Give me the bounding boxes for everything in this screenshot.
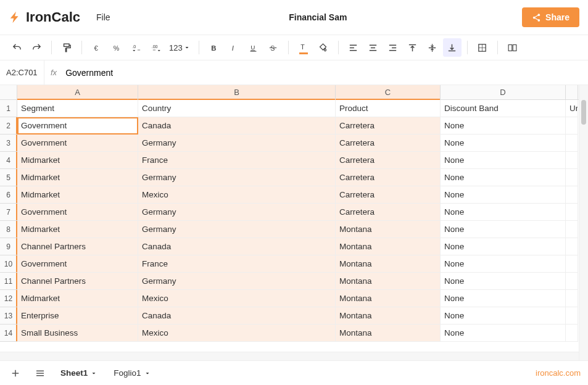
cell[interactable]: France xyxy=(138,255,336,273)
bold-button[interactable]: B xyxy=(205,38,223,57)
undo-button[interactable] xyxy=(7,38,26,57)
cell[interactable]: None xyxy=(441,152,566,169)
decimal-increase-button[interactable]: .00 xyxy=(147,38,165,57)
cell[interactable]: None xyxy=(441,117,566,135)
cell[interactable]: Midmarket xyxy=(17,186,138,204)
row-header[interactable]: 10 xyxy=(0,255,17,273)
cell[interactable]: Carretera xyxy=(336,186,441,204)
cell[interactable]: None xyxy=(441,325,566,342)
cell[interactable] xyxy=(566,255,578,273)
col-header-c[interactable]: C xyxy=(336,85,441,99)
cell[interactable]: None xyxy=(441,238,566,255)
cell[interactable]: None xyxy=(441,204,566,221)
horizontal-scrollbar[interactable] xyxy=(0,352,579,360)
cell[interactable]: Midmarket xyxy=(17,290,138,307)
strikethrough-button[interactable]: S xyxy=(264,38,283,57)
borders-button[interactable] xyxy=(473,38,492,57)
cell[interactable] xyxy=(566,204,578,221)
row-header[interactable]: 6 xyxy=(0,186,17,204)
cell[interactable] xyxy=(566,221,578,238)
cell[interactable]: Germany xyxy=(138,135,336,152)
italic-button[interactable]: I xyxy=(225,38,243,57)
cell[interactable] xyxy=(566,169,578,186)
cell[interactable]: Government xyxy=(17,135,138,152)
decimal-decrease-button[interactable]: .0 xyxy=(127,38,146,57)
cell[interactable]: Carretera xyxy=(336,117,441,135)
spreadsheet-grid[interactable]: A B C D 1SegmentCountryProductDiscount B… xyxy=(0,85,579,360)
cell[interactable] xyxy=(566,186,578,204)
paint-format-button[interactable] xyxy=(57,38,76,57)
cell[interactable]: Government xyxy=(17,204,138,221)
number-format-dropdown[interactable]: 123 xyxy=(167,43,193,52)
cell[interactable]: Country xyxy=(138,100,336,117)
cell[interactable]: Germany xyxy=(138,273,336,290)
cell[interactable]: Mexico xyxy=(138,325,336,342)
cell[interactable] xyxy=(566,273,578,290)
row-header[interactable]: 8 xyxy=(0,221,17,238)
cell[interactable]: Channel Partners xyxy=(17,273,138,290)
brand-link[interactable]: ironcalc.com xyxy=(536,368,581,378)
cell[interactable]: Mexico xyxy=(138,186,336,204)
cell[interactable]: Canada xyxy=(138,238,336,255)
cell[interactable]: None xyxy=(441,307,566,325)
cell[interactable] xyxy=(566,238,578,255)
cell[interactable]: Midmarket xyxy=(17,169,138,186)
col-header-a[interactable]: A xyxy=(17,85,138,99)
cell[interactable]: Mexico xyxy=(138,290,336,307)
align-right-button[interactable] xyxy=(384,38,402,57)
cell[interactable]: Enterprise xyxy=(17,307,138,325)
all-sheets-button[interactable] xyxy=(32,365,48,381)
row-header[interactable]: 1 xyxy=(0,100,17,117)
cell[interactable] xyxy=(566,325,578,342)
cell[interactable]: Carretera xyxy=(336,152,441,169)
cell[interactable] xyxy=(566,307,578,325)
file-menu[interactable]: File xyxy=(93,10,114,25)
row-header[interactable]: 3 xyxy=(0,135,17,152)
row-header[interactable]: 13 xyxy=(0,307,17,325)
formula-input[interactable] xyxy=(63,68,588,78)
cell[interactable]: Carretera xyxy=(336,169,441,186)
merge-button[interactable] xyxy=(503,38,522,57)
cell[interactable]: Carretera xyxy=(336,204,441,221)
cell[interactable] xyxy=(566,135,578,152)
cell[interactable]: Channel Partners xyxy=(17,238,138,255)
text-color-button[interactable]: T xyxy=(294,38,313,57)
valign-top-button[interactable] xyxy=(404,38,422,57)
row-header[interactable]: 11 xyxy=(0,273,17,290)
cell[interactable]: Montana xyxy=(336,238,441,255)
cell[interactable]: Montana xyxy=(336,290,441,307)
valign-middle-button[interactable] xyxy=(423,38,442,57)
row-header[interactable]: 7 xyxy=(0,204,17,221)
cell-reference[interactable]: A2:C701 xyxy=(0,60,44,85)
cell[interactable]: Government xyxy=(17,117,138,135)
row-header[interactable]: 5 xyxy=(0,169,17,186)
cell[interactable]: Canada xyxy=(138,117,336,135)
cell[interactable]: Germany xyxy=(138,221,336,238)
cell[interactable]: Germany xyxy=(138,169,336,186)
cell[interactable]: France xyxy=(138,152,336,169)
cell[interactable] xyxy=(566,152,578,169)
valign-bottom-button[interactable] xyxy=(443,38,462,57)
col-header-d[interactable]: D xyxy=(441,85,566,99)
cell[interactable]: Midmarket xyxy=(17,221,138,238)
cell[interactable]: Germany xyxy=(138,204,336,221)
redo-button[interactable] xyxy=(27,38,46,57)
cell[interactable]: Discount Band xyxy=(441,100,566,117)
col-header-b[interactable]: B xyxy=(138,85,336,99)
vertical-scrollbar[interactable] xyxy=(579,85,588,360)
select-all-corner[interactable] xyxy=(0,85,17,99)
cell[interactable]: Carretera xyxy=(336,135,441,152)
row-header[interactable]: 14 xyxy=(0,325,17,342)
add-sheet-button[interactable] xyxy=(7,365,23,381)
align-left-button[interactable] xyxy=(344,38,363,57)
cell[interactable] xyxy=(566,290,578,307)
share-button[interactable]: Share xyxy=(522,7,579,27)
cell[interactable]: Montana xyxy=(336,307,441,325)
cell[interactable]: None xyxy=(441,290,566,307)
row-header[interactable]: 2 xyxy=(0,117,17,135)
cell[interactable]: None xyxy=(441,135,566,152)
cell[interactable]: None xyxy=(441,221,566,238)
cell[interactable]: Canada xyxy=(138,307,336,325)
cell[interactable]: Midmarket xyxy=(17,152,138,169)
cell[interactable]: Segment xyxy=(17,100,138,117)
